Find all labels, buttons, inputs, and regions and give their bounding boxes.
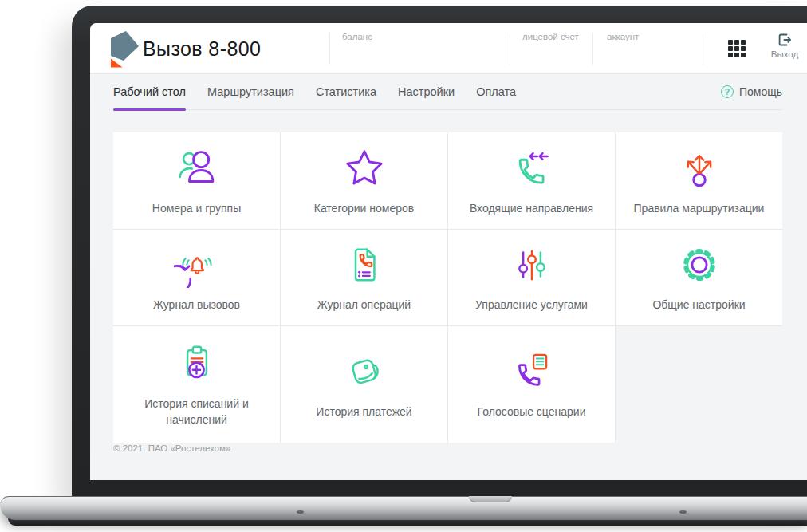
help-label: Помощь [739, 85, 782, 98]
incoming-call-icon [509, 145, 555, 191]
tile-payment-history[interactable]: История платежей [281, 326, 447, 443]
empty-grid-cell [616, 326, 782, 443]
tile-label: Журнал операций [293, 298, 435, 313]
tile-numbers-groups[interactable]: Номера и группы [113, 132, 280, 229]
personal-account-field-label: лицевой счет [522, 32, 579, 41]
star-icon [341, 145, 388, 191]
tile-call-log[interactable]: Журнал вызовов [113, 230, 280, 325]
divider [703, 33, 703, 65]
tile-charges-history[interactable]: История списаний и начислений [113, 326, 280, 443]
tile-label: Номера и группы [126, 201, 268, 217]
tab-statistics[interactable]: Статистика [316, 74, 376, 109]
help-link[interactable]: ? Помощь [721, 85, 782, 98]
tab-routing[interactable]: Маршрутизация [207, 74, 294, 109]
main-nav: Рабочий стол Маршрутизация Статистика На… [113, 74, 782, 110]
tile-label: Общие настройки [628, 298, 770, 313]
tab-settings[interactable]: Настройки [398, 74, 455, 109]
tile-voice-scenarios[interactable]: Голосовые сценарии [448, 326, 615, 443]
tile-general-settings[interactable]: Общие настройки [616, 230, 782, 325]
tile-service-management[interactable]: Управление услугами [448, 230, 615, 325]
tile-label: Управление услугами [461, 298, 603, 313]
app-header: Вызов 8-800 баланс лицевой счет аккаунт … [90, 23, 807, 74]
sliders-icon [509, 242, 555, 288]
voice-script-icon [509, 349, 555, 395]
logout-label: Выход [771, 49, 798, 59]
routing-arrows-icon [676, 145, 722, 191]
balance-field-label: баланс [342, 32, 372, 41]
tile-label: История платежей [293, 404, 435, 420]
divider [329, 33, 330, 65]
call-log-icon [174, 242, 220, 288]
logout-icon [777, 32, 793, 48]
operations-log-icon [341, 242, 388, 288]
users-icon [174, 145, 220, 191]
laptop-lid-notch [469, 496, 512, 502]
tile-label: История списаний и начислений [126, 396, 268, 428]
tab-desktop[interactable]: Рабочий стол [113, 74, 186, 109]
tile-label: Правила маршрутизации [628, 201, 770, 217]
tile-label: Голосовые сценарии [461, 404, 603, 420]
tile-label: Журнал вызовов [126, 298, 268, 313]
question-circle-icon: ? [721, 85, 734, 98]
tab-payment[interactable]: Оплата [476, 74, 516, 109]
tile-routing-rules[interactable]: Правила маршрутизации [616, 132, 782, 229]
rostelecom-logo-icon [111, 30, 140, 68]
tile-label: Входящие направления [461, 201, 603, 217]
laptop-base [0, 496, 807, 520]
laptop-foot [297, 510, 304, 514]
account-field-label: аккаунт [607, 32, 639, 41]
clipboard-plus-icon [174, 341, 220, 387]
laptop-screen: Вызов 8-800 баланс лицевой счет аккаунт … [90, 23, 807, 480]
copyright-text: © 2021. ПАО «Ростелеком» [113, 443, 230, 453]
tile-operations-log[interactable]: Журнал операций [281, 230, 447, 325]
tile-label: Категории номеров [293, 201, 435, 217]
grid-apps-icon[interactable] [728, 40, 746, 58]
app-title: Вызов 8-800 [143, 23, 261, 74]
tile-number-categories[interactable]: Категории номеров [281, 132, 447, 229]
logout-button[interactable]: Выход [760, 32, 807, 59]
laptop-foot [679, 510, 687, 514]
tile-incoming-directions[interactable]: Входящие направления [448, 132, 615, 229]
divider [510, 33, 510, 65]
dashboard-tile-grid: Номера и группы Категории номеров Входящ… [113, 132, 782, 443]
divider [592, 33, 593, 65]
gear-icon [676, 242, 722, 288]
wallet-icon [341, 349, 388, 395]
